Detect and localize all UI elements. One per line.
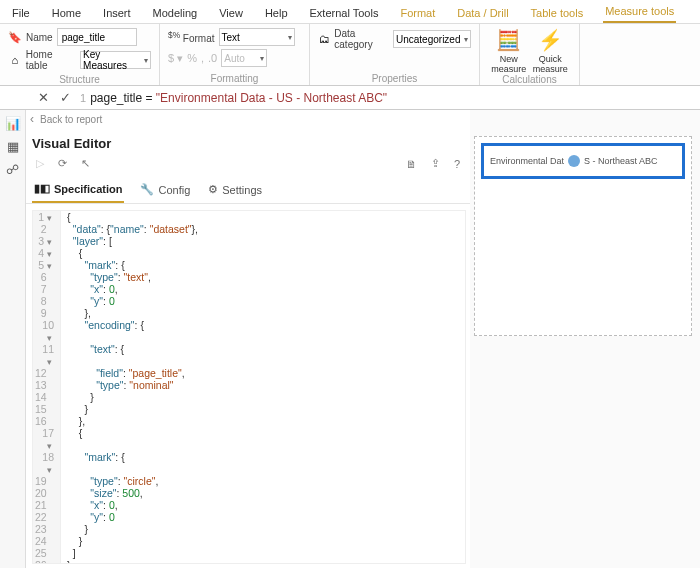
view-rail: 📊 ▦ ☍ [0, 110, 26, 568]
group-structure: 🔖 Name ⌂ Home table Key Measures Structu… [0, 24, 160, 85]
tab-data-drill[interactable]: Data / Drill [455, 4, 510, 23]
tab-settings[interactable]: ⚙Settings [206, 178, 264, 203]
refresh-icon[interactable]: ⟳ [58, 157, 67, 170]
measure-name-input[interactable] [57, 28, 137, 46]
visual-canvas[interactable]: Environmental Dat S - Northeast ABC [474, 136, 692, 336]
back-chevron-icon[interactable]: ‹ [30, 112, 34, 126]
data-category-select[interactable]: Uncategorized [393, 30, 471, 48]
bar-chart-icon: ▮◧ [34, 182, 50, 195]
tag-icon: 🔖 [8, 30, 22, 44]
cursor-icon[interactable]: ↖ [81, 157, 90, 170]
data-category-label: Data category [334, 28, 389, 50]
tab-measure-tools[interactable]: Measure tools [603, 2, 676, 23]
tab-external-tools[interactable]: External Tools [308, 4, 381, 23]
home-table-select[interactable]: Key Measures [80, 51, 151, 69]
decimal-icon: .0 [208, 52, 217, 64]
data-view-icon[interactable]: ▦ [7, 139, 19, 154]
editor-tabs: ▮◧Specification 🔧Config ⚙Settings [26, 172, 470, 204]
tab-help[interactable]: Help [263, 4, 290, 23]
format-select[interactable]: Text [219, 28, 295, 46]
home-table-icon: ⌂ [8, 53, 22, 67]
report-view-icon[interactable]: 📊 [5, 116, 21, 131]
help-icon[interactable]: ? [454, 158, 460, 170]
tab-format[interactable]: Format [398, 4, 437, 23]
formula-commit-button[interactable]: ✓ [54, 90, 76, 105]
quick-measure-icon: ⚡ [538, 28, 563, 52]
tab-config[interactable]: 🔧Config [138, 178, 192, 203]
home-table-label: Home table [26, 49, 76, 71]
title-visual[interactable]: Environmental Dat S - Northeast ABC [481, 143, 685, 179]
group-calculations: 🧮 New measure ⚡ Quick measure Calculatio… [480, 24, 580, 85]
title-text-right: S - Northeast ABC [584, 156, 658, 166]
auto-decimals[interactable]: Auto [221, 49, 267, 67]
group-title-properties: Properties [318, 73, 471, 85]
group-properties: 🗂 Data category Uncategorized Properties [310, 24, 480, 85]
model-view-icon[interactable]: ☍ [6, 162, 19, 177]
currency-icon: $ ▾ [168, 52, 183, 65]
formula-bar: ✕ ✓ 1 page_title = "Environmental Data -… [0, 86, 700, 110]
ribbon-tabs: File Home Insert Modeling View Help Exte… [0, 0, 700, 24]
group-title-structure: Structure [8, 74, 151, 86]
editor-pane: ‹ Back to report Visual Editor ▷ ⟳ ↖ 🗎 ⇪… [26, 110, 470, 568]
comma-icon: , [201, 52, 204, 64]
visual-editor-title: Visual Editor [26, 128, 470, 155]
wrench-icon: 🔧 [140, 183, 154, 196]
export-icon[interactable]: 🗎 [406, 158, 417, 170]
code-editor[interactable]: 1 ▾{2 "data": {"name": "dataset"},3 ▾ "l… [32, 210, 466, 564]
ribbon-toolbar: 🔖 Name ⌂ Home table Key Measures Structu… [0, 24, 700, 86]
share-icon[interactable]: ⇪ [431, 157, 440, 170]
tab-home[interactable]: Home [50, 4, 83, 23]
tab-specification[interactable]: ▮◧Specification [32, 178, 124, 203]
preview-pane: Environmental Dat S - Northeast ABC [470, 110, 700, 568]
tab-table-tools[interactable]: Table tools [529, 4, 586, 23]
formula-line-number: 1 [76, 92, 90, 104]
group-formatting: $% Format Text $ ▾ % , .0 Auto Formattin… [160, 24, 310, 85]
tab-view[interactable]: View [217, 4, 245, 23]
tab-file[interactable]: File [10, 4, 32, 23]
quick-measure-button[interactable]: ⚡ Quick measure [530, 28, 572, 74]
new-measure-icon: 🧮 [496, 28, 521, 52]
back-to-report-link[interactable]: Back to report [40, 114, 102, 125]
gear-icon: ⚙ [208, 183, 218, 196]
circle-mark [568, 155, 580, 167]
group-title-formatting: Formatting [168, 73, 301, 85]
play-icon[interactable]: ▷ [36, 157, 44, 170]
tab-insert[interactable]: Insert [101, 4, 133, 23]
name-label: Name [26, 32, 53, 43]
formula-content[interactable]: page_title = "Environmental Data - US - … [90, 91, 387, 105]
percent-icon: % [187, 52, 197, 64]
tab-modeling[interactable]: Modeling [151, 4, 200, 23]
title-text-left: Environmental Dat [490, 156, 564, 166]
new-measure-button[interactable]: 🧮 New measure [488, 28, 530, 74]
group-title-calculations: Calculations [488, 74, 571, 86]
format-label: $% Format [168, 30, 215, 44]
formula-cancel-button[interactable]: ✕ [32, 90, 54, 105]
category-icon: 🗂 [318, 32, 330, 46]
